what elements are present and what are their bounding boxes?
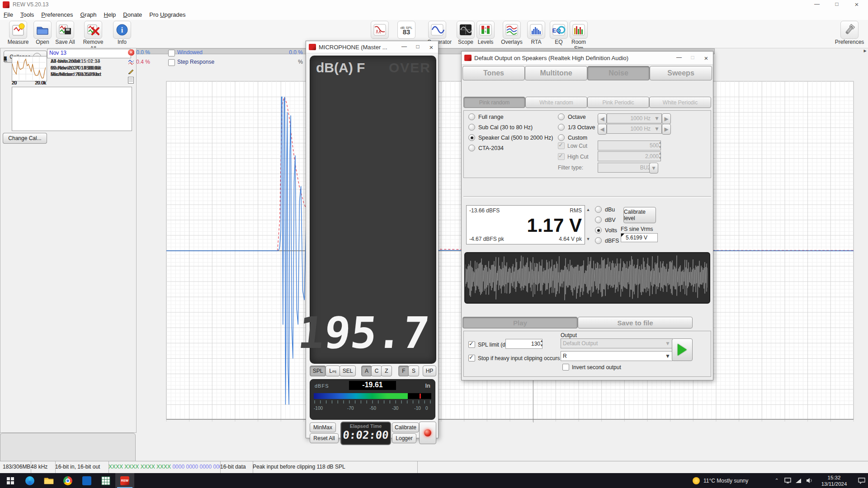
record-button[interactable] bbox=[419, 422, 436, 444]
generator-play-button[interactable] bbox=[672, 338, 693, 361]
legend-checkbox[interactable] bbox=[168, 59, 175, 66]
filter-type-select[interactable]: BU2 bbox=[598, 163, 653, 173]
toolbar-save-all-button[interactable]: Save All bbox=[52, 21, 79, 45]
spl-sel-button[interactable]: SEL bbox=[340, 366, 356, 376]
level-spinner-icon[interactable]: ▲▼ bbox=[585, 207, 591, 241]
menu-item-donate[interactable]: Donate bbox=[119, 10, 146, 19]
spl-limit-checkbox[interactable] bbox=[468, 341, 475, 348]
legend-checkbox[interactable] bbox=[168, 50, 175, 56]
toolbar-eq-button[interactable]: EQEQ bbox=[549, 21, 569, 45]
toolbar-spl-meter-button[interactable]: dB SPL83 bbox=[396, 21, 416, 39]
save-to-file-button[interactable]: Save to file bbox=[578, 317, 693, 328]
third-octave-freq-spinner[interactable]: ◀ 1000 Hz▼ ▶ bbox=[598, 124, 675, 134]
taskbar-clock[interactable]: 15:3213/11/2024 bbox=[816, 473, 852, 488]
taskbar-chrome-icon[interactable] bbox=[58, 473, 77, 488]
spl-maximize-icon[interactable]: □ bbox=[411, 43, 425, 51]
taskbar-spreadsheet-icon[interactable] bbox=[96, 473, 115, 488]
filter-dropdown-icon[interactable]: ▼ bbox=[649, 163, 658, 174]
tab-sweeps[interactable]: Sweeps bbox=[650, 66, 712, 80]
radio-full-range[interactable]: Full range bbox=[468, 113, 504, 120]
spl-minimize-icon[interactable]: — bbox=[397, 43, 411, 51]
measurement-notes-icon[interactable] bbox=[128, 77, 134, 84]
measurement-pencil-icon[interactable] bbox=[128, 68, 134, 74]
low-cut-field[interactable]: 500 bbox=[598, 141, 661, 150]
taskbar-edge-icon[interactable] bbox=[20, 473, 39, 488]
menu-item-preferences[interactable]: Preferences bbox=[38, 10, 76, 19]
spl-leq-button[interactable]: Leq bbox=[326, 366, 340, 376]
measurement-curves-icon[interactable] bbox=[128, 59, 134, 64]
spl-f-button[interactable]: F bbox=[398, 366, 409, 376]
taskbar-rew-button[interactable]: REW bbox=[115, 473, 134, 488]
tray-chevron-icon[interactable]: ⌃ bbox=[771, 473, 782, 488]
spl-a-button[interactable]: A bbox=[361, 366, 372, 376]
toolbar-spl-graph-button[interactable] bbox=[370, 21, 390, 39]
high-cut-spinner-icon[interactable]: ▲▼ bbox=[657, 151, 663, 161]
gen-close-icon[interactable]: × bbox=[699, 54, 713, 62]
fs-sine-vrms-field[interactable]: 5.6199 V bbox=[621, 233, 658, 242]
tab-multitone[interactable]: Multitone bbox=[525, 66, 587, 80]
spl-c-button[interactable]: C bbox=[371, 366, 382, 376]
calibrate-button[interactable]: Calibrate bbox=[392, 422, 419, 432]
subtab-pink-random[interactable]: Pink random bbox=[463, 97, 525, 108]
unit-radio-dbfs[interactable]: dBFS bbox=[595, 237, 619, 244]
tray-volume-icon[interactable] bbox=[804, 473, 815, 488]
menu-item-tools[interactable]: Tools bbox=[17, 10, 38, 19]
tray-display-icon[interactable] bbox=[782, 473, 793, 488]
taskbar-explorer-icon[interactable] bbox=[39, 473, 58, 488]
calibrate-level-button[interactable]: Calibrate level bbox=[623, 207, 656, 223]
menu-item-help[interactable]: Help bbox=[100, 10, 120, 19]
unit-radio-volts[interactable]: Volts bbox=[595, 227, 617, 234]
radio-sub-cal-30-to-80-hz-[interactable]: Sub Cal (30 to 80 Hz) bbox=[468, 124, 533, 131]
low-cut-spinner-icon[interactable]: ▲▼ bbox=[657, 141, 663, 150]
radio-octave[interactable]: Octave bbox=[558, 113, 586, 120]
radio-1-3-octave[interactable]: 1/3 Octave bbox=[558, 124, 595, 131]
start-button[interactable] bbox=[0, 473, 20, 488]
menu-item-graph[interactable]: Graph bbox=[76, 10, 100, 19]
toolbar-measure-button[interactable]: Measure bbox=[5, 21, 32, 45]
menu-item-pro-upgrades[interactable]: Pro Upgrades bbox=[146, 10, 189, 19]
minmax-button[interactable]: MinMax bbox=[310, 422, 336, 432]
action-center-icon[interactable] bbox=[855, 473, 868, 488]
spl-s-button[interactable]: S bbox=[408, 366, 419, 376]
output-device-select[interactable]: Default Output▼ bbox=[561, 338, 673, 348]
toolbar-levels-button[interactable]: 06Levels bbox=[476, 21, 495, 45]
output-channel-select[interactable]: R▼ bbox=[561, 351, 673, 361]
radio-speaker-cal-500-to-2000-hz-[interactable]: Speaker Cal (500 to 2000 Hz) bbox=[468, 134, 553, 141]
high-cut-field[interactable]: 2,000 bbox=[598, 151, 661, 161]
delete-measurement-icon[interactable]: ✕ bbox=[128, 49, 134, 56]
subtab-pink-periodic[interactable]: Pink Periodic bbox=[587, 97, 649, 108]
tray-network-icon[interactable] bbox=[793, 473, 804, 488]
minimize-icon[interactable]: — bbox=[809, 1, 825, 7]
toolbar-remove-all-button[interactable]: Remove All bbox=[80, 21, 107, 52]
logger-button[interactable]: Logger bbox=[392, 433, 416, 443]
tab-noise[interactable]: Noise bbox=[587, 66, 650, 80]
spl-z-button[interactable]: Z bbox=[381, 366, 392, 376]
spl-spl-button[interactable]: SPL bbox=[310, 366, 326, 376]
generator-titlebar[interactable]: Default Output on Speakers (Realtek High… bbox=[462, 52, 713, 65]
reset-all-button[interactable]: Reset All bbox=[310, 433, 339, 443]
play-tab-button[interactable]: Play bbox=[462, 317, 578, 328]
low-cut-checkbox[interactable] bbox=[558, 142, 565, 149]
spl-limit-field[interactable]: 130 bbox=[505, 339, 542, 349]
unit-radio-dbu[interactable]: dBu bbox=[595, 206, 615, 213]
toolbar-room-sim-button[interactable]: Room Sim bbox=[569, 21, 589, 52]
spl-close-icon[interactable]: × bbox=[425, 43, 438, 51]
menu-item-file[interactable]: File bbox=[0, 10, 17, 19]
stop-clipping-checkbox[interactable] bbox=[468, 355, 475, 361]
radio-custom[interactable]: Custom bbox=[558, 134, 587, 141]
close-icon[interactable]: × bbox=[849, 0, 864, 8]
measurement-name-field[interactable]: Nov 13 bbox=[47, 49, 131, 58]
subtab-white-periodic[interactable]: White Periodic bbox=[649, 97, 711, 108]
measurement-notes-field[interactable] bbox=[12, 87, 132, 131]
tab-tones[interactable]: Tones bbox=[462, 66, 525, 80]
spl-meter-titlebar[interactable]: MICROPHONE (Master ... — □ × bbox=[306, 41, 438, 53]
gen-minimize-icon[interactable]: — bbox=[672, 54, 686, 62]
radio-cta-2034[interactable]: CTA-2034 bbox=[468, 145, 504, 151]
toolbar-rta-button[interactable]: RTA bbox=[526, 21, 546, 45]
toolbar-preferences-button[interactable]: Preferences bbox=[835, 21, 864, 45]
subtab-white-random[interactable]: White random bbox=[525, 97, 587, 108]
toolbar-overlays-button[interactable]: Overlays bbox=[497, 21, 526, 45]
invert-output-checkbox[interactable] bbox=[562, 364, 569, 371]
taskbar-weather[interactable]: 11°C Mostly sunny bbox=[691, 473, 750, 488]
taskbar-app-icon[interactable] bbox=[77, 473, 96, 488]
